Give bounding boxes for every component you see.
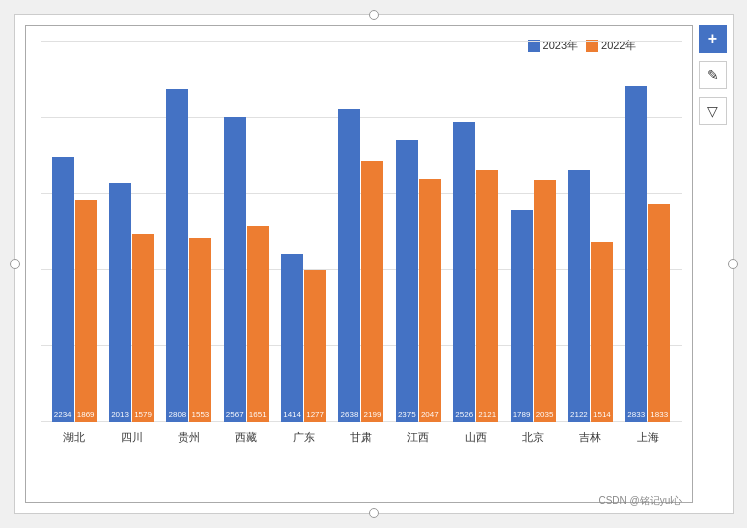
bar-group: 25671651 <box>218 117 275 422</box>
bar-2022: 2047 <box>419 179 441 422</box>
bar-pair: 21221514 <box>568 170 613 422</box>
x-label-item: 江西 <box>390 430 447 445</box>
bar-value-2023: 2013 <box>109 411 131 420</box>
bar-2023: 2638 <box>338 109 360 422</box>
toolbar: + ✎ ▽ <box>693 15 733 513</box>
bar-2022: 2199 <box>361 161 383 422</box>
x-label-item: 北京 <box>504 430 561 445</box>
bar-value-2022: 1553 <box>189 411 211 420</box>
bar-2022: 1579 <box>132 234 154 422</box>
bar-2023: 2808 <box>166 89 188 422</box>
x-label-item: 湖北 <box>46 430 103 445</box>
top-circle <box>369 10 379 20</box>
bar-2022: 2121 <box>476 170 498 422</box>
bar-2023: 2013 <box>109 183 131 422</box>
bar-value-2022: 2047 <box>419 411 441 420</box>
bar-value-2022: 1514 <box>591 411 613 420</box>
bar-pair: 26382199 <box>338 109 383 422</box>
bar-pair: 28331833 <box>625 86 670 422</box>
bar-value-2023: 1414 <box>281 411 303 420</box>
bar-pair: 25262121 <box>453 122 498 422</box>
bar-value-2022: 2035 <box>534 411 556 420</box>
watermark: CSDN @铭记yul心 <box>598 494 682 508</box>
chart-inner: 2234186920131579280815532567165114141277… <box>41 41 682 452</box>
x-label-item: 西藏 <box>218 430 275 445</box>
bar-group: 14141277 <box>275 254 332 422</box>
bar-group: 25262121 <box>447 122 504 422</box>
x-labels: 湖北四川贵州西藏广东甘肃江西山西北京吉林上海 <box>41 422 682 452</box>
bar-group: 17892035 <box>504 180 561 422</box>
x-label-item: 吉林 <box>562 430 619 445</box>
x-label-item: 上海 <box>619 430 676 445</box>
bar-pair: 23752047 <box>396 140 441 422</box>
bar-group: 23752047 <box>390 140 447 422</box>
x-label-item: 甘肃 <box>332 430 389 445</box>
x-label-item: 山西 <box>447 430 504 445</box>
bar-2023: 1789 <box>511 210 533 422</box>
bar-2022: 1514 <box>591 242 613 422</box>
bar-2023: 2375 <box>396 140 418 422</box>
bar-value-2023: 2122 <box>568 411 590 420</box>
x-label-item: 四川 <box>103 430 160 445</box>
bar-value-2023: 2833 <box>625 411 647 420</box>
bar-2023: 2526 <box>453 122 475 422</box>
bar-group: 22341869 <box>46 157 103 422</box>
bar-value-2023: 2567 <box>224 411 246 420</box>
bar-pair: 22341869 <box>52 157 97 422</box>
bar-value-2022: 1579 <box>132 411 154 420</box>
bar-pair: 14141277 <box>281 254 326 422</box>
bar-2022: 2035 <box>534 180 556 422</box>
bar-2023: 2567 <box>224 117 246 422</box>
main-container: 2023年 2022年 2234186920131579280815532567… <box>14 14 734 514</box>
bar-value-2022: 1833 <box>648 411 670 420</box>
bar-group: 28331833 <box>619 86 676 422</box>
bottom-circle <box>369 508 379 518</box>
bar-pair: 28081553 <box>166 89 211 422</box>
bar-group: 26382199 <box>332 109 389 422</box>
x-label-item: 广东 <box>275 430 332 445</box>
bar-2023: 2833 <box>625 86 647 422</box>
bar-group: 28081553 <box>160 89 217 422</box>
bar-2022: 1651 <box>247 226 269 422</box>
bar-value-2023: 2375 <box>396 411 418 420</box>
bar-2022: 1833 <box>648 204 670 422</box>
left-circle <box>10 259 20 269</box>
bar-value-2022: 2121 <box>476 411 498 420</box>
bar-pair: 20131579 <box>109 183 154 422</box>
bar-value-2022: 2199 <box>361 411 383 420</box>
bar-pair: 17892035 <box>511 180 556 422</box>
bar-2022: 1869 <box>75 200 97 422</box>
bar-group: 21221514 <box>562 170 619 422</box>
bar-value-2023: 2638 <box>338 411 360 420</box>
pen-button[interactable]: ✎ <box>699 61 727 89</box>
bar-2022: 1277 <box>304 270 326 422</box>
chart-area: 2023年 2022年 2234186920131579280815532567… <box>25 25 693 503</box>
right-circle <box>728 259 738 269</box>
bar-pair: 25671651 <box>224 117 269 422</box>
bar-value-2022: 1869 <box>75 411 97 420</box>
bar-value-2023: 1789 <box>511 411 533 420</box>
bar-2022: 1553 <box>189 238 211 422</box>
bar-group: 20131579 <box>103 183 160 422</box>
bar-2023: 1414 <box>281 254 303 422</box>
bars-row: 2234186920131579280815532567165114141277… <box>41 41 682 422</box>
x-label-item: 贵州 <box>160 430 217 445</box>
add-button[interactable]: + <box>699 25 727 53</box>
bar-2023: 2122 <box>568 170 590 422</box>
bar-2023: 2234 <box>52 157 74 422</box>
filter-button[interactable]: ▽ <box>699 97 727 125</box>
bar-value-2023: 2526 <box>453 411 475 420</box>
bar-value-2023: 2808 <box>166 411 188 420</box>
bar-value-2022: 1277 <box>304 411 326 420</box>
bar-value-2022: 1651 <box>247 411 269 420</box>
bar-value-2023: 2234 <box>52 411 74 420</box>
